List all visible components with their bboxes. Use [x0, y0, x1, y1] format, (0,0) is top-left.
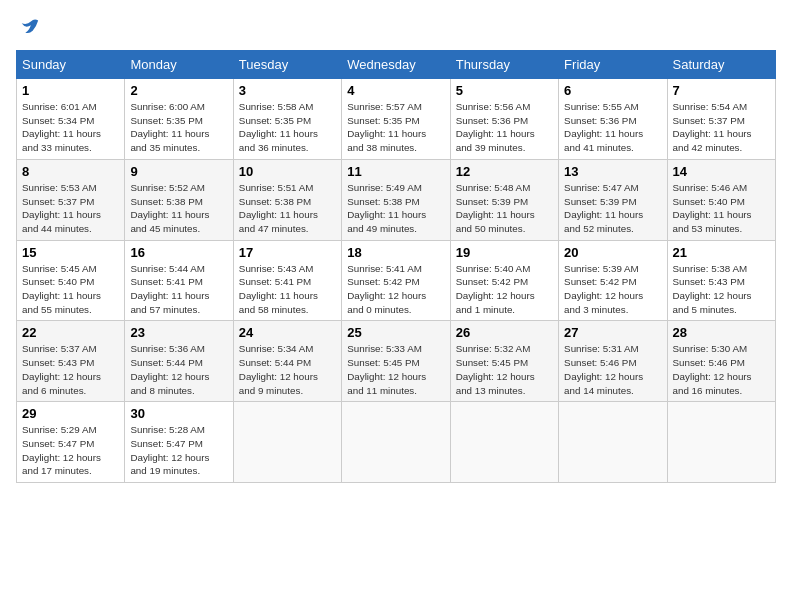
- calendar-day-cell: [559, 402, 667, 483]
- day-number: 17: [239, 245, 336, 260]
- calendar-day-cell: 25 Sunrise: 5:33 AM Sunset: 5:45 PM Dayl…: [342, 321, 450, 402]
- calendar-day-cell: 5 Sunrise: 5:56 AM Sunset: 5:36 PM Dayli…: [450, 79, 558, 160]
- day-number: 7: [673, 83, 770, 98]
- calendar-day-cell: 16 Sunrise: 5:44 AM Sunset: 5:41 PM Dayl…: [125, 240, 233, 321]
- calendar-day-cell: 9 Sunrise: 5:52 AM Sunset: 5:38 PM Dayli…: [125, 159, 233, 240]
- calendar-week-row: 15 Sunrise: 5:45 AM Sunset: 5:40 PM Dayl…: [17, 240, 776, 321]
- day-info: Sunrise: 6:00 AM Sunset: 5:35 PM Dayligh…: [130, 100, 227, 155]
- day-info: Sunrise: 5:54 AM Sunset: 5:37 PM Dayligh…: [673, 100, 770, 155]
- day-number: 4: [347, 83, 444, 98]
- calendar-header-day: Monday: [125, 51, 233, 79]
- calendar-day-cell: 20 Sunrise: 5:39 AM Sunset: 5:42 PM Dayl…: [559, 240, 667, 321]
- day-number: 13: [564, 164, 661, 179]
- calendar-day-cell: 7 Sunrise: 5:54 AM Sunset: 5:37 PM Dayli…: [667, 79, 775, 160]
- calendar-day-cell: 6 Sunrise: 5:55 AM Sunset: 5:36 PM Dayli…: [559, 79, 667, 160]
- calendar-day-cell: 29 Sunrise: 5:29 AM Sunset: 5:47 PM Dayl…: [17, 402, 125, 483]
- calendar-header-day: Wednesday: [342, 51, 450, 79]
- calendar-day-cell: 22 Sunrise: 5:37 AM Sunset: 5:43 PM Dayl…: [17, 321, 125, 402]
- calendar-day-cell: 4 Sunrise: 5:57 AM Sunset: 5:35 PM Dayli…: [342, 79, 450, 160]
- day-info: Sunrise: 5:49 AM Sunset: 5:38 PM Dayligh…: [347, 181, 444, 236]
- calendar-week-row: 1 Sunrise: 6:01 AM Sunset: 5:34 PM Dayli…: [17, 79, 776, 160]
- page-header: [16, 16, 776, 38]
- day-info: Sunrise: 5:56 AM Sunset: 5:36 PM Dayligh…: [456, 100, 553, 155]
- day-number: 5: [456, 83, 553, 98]
- calendar-header-day: Saturday: [667, 51, 775, 79]
- day-number: 21: [673, 245, 770, 260]
- calendar-day-cell: 13 Sunrise: 5:47 AM Sunset: 5:39 PM Dayl…: [559, 159, 667, 240]
- day-number: 25: [347, 325, 444, 340]
- day-number: 8: [22, 164, 119, 179]
- day-number: 16: [130, 245, 227, 260]
- day-info: Sunrise: 5:29 AM Sunset: 5:47 PM Dayligh…: [22, 423, 119, 478]
- calendar-day-cell: [667, 402, 775, 483]
- calendar-day-cell: 18 Sunrise: 5:41 AM Sunset: 5:42 PM Dayl…: [342, 240, 450, 321]
- calendar-day-cell: 17 Sunrise: 5:43 AM Sunset: 5:41 PM Dayl…: [233, 240, 341, 321]
- day-number: 27: [564, 325, 661, 340]
- day-number: 2: [130, 83, 227, 98]
- calendar-week-row: 8 Sunrise: 5:53 AM Sunset: 5:37 PM Dayli…: [17, 159, 776, 240]
- day-info: Sunrise: 5:36 AM Sunset: 5:44 PM Dayligh…: [130, 342, 227, 397]
- day-info: Sunrise: 5:39 AM Sunset: 5:42 PM Dayligh…: [564, 262, 661, 317]
- calendar-header-day: Thursday: [450, 51, 558, 79]
- day-number: 11: [347, 164, 444, 179]
- day-info: Sunrise: 5:41 AM Sunset: 5:42 PM Dayligh…: [347, 262, 444, 317]
- day-number: 24: [239, 325, 336, 340]
- day-info: Sunrise: 5:45 AM Sunset: 5:40 PM Dayligh…: [22, 262, 119, 317]
- calendar-day-cell: 26 Sunrise: 5:32 AM Sunset: 5:45 PM Dayl…: [450, 321, 558, 402]
- calendar-day-cell: 28 Sunrise: 5:30 AM Sunset: 5:46 PM Dayl…: [667, 321, 775, 402]
- calendar-day-cell: 15 Sunrise: 5:45 AM Sunset: 5:40 PM Dayl…: [17, 240, 125, 321]
- calendar-day-cell: 27 Sunrise: 5:31 AM Sunset: 5:46 PM Dayl…: [559, 321, 667, 402]
- calendar-week-row: 29 Sunrise: 5:29 AM Sunset: 5:47 PM Dayl…: [17, 402, 776, 483]
- logo: [16, 16, 40, 38]
- calendar-day-cell: 30 Sunrise: 5:28 AM Sunset: 5:47 PM Dayl…: [125, 402, 233, 483]
- day-info: Sunrise: 5:53 AM Sunset: 5:37 PM Dayligh…: [22, 181, 119, 236]
- calendar-table: SundayMondayTuesdayWednesdayThursdayFrid…: [16, 50, 776, 483]
- day-info: Sunrise: 5:43 AM Sunset: 5:41 PM Dayligh…: [239, 262, 336, 317]
- calendar-body: 1 Sunrise: 6:01 AM Sunset: 5:34 PM Dayli…: [17, 79, 776, 483]
- day-info: Sunrise: 5:34 AM Sunset: 5:44 PM Dayligh…: [239, 342, 336, 397]
- calendar-header-day: Tuesday: [233, 51, 341, 79]
- day-info: Sunrise: 5:31 AM Sunset: 5:46 PM Dayligh…: [564, 342, 661, 397]
- day-info: Sunrise: 5:51 AM Sunset: 5:38 PM Dayligh…: [239, 181, 336, 236]
- calendar-day-cell: [342, 402, 450, 483]
- calendar-day-cell: 19 Sunrise: 5:40 AM Sunset: 5:42 PM Dayl…: [450, 240, 558, 321]
- day-number: 22: [22, 325, 119, 340]
- day-info: Sunrise: 5:52 AM Sunset: 5:38 PM Dayligh…: [130, 181, 227, 236]
- day-info: Sunrise: 5:46 AM Sunset: 5:40 PM Dayligh…: [673, 181, 770, 236]
- calendar-day-cell: [233, 402, 341, 483]
- day-number: 12: [456, 164, 553, 179]
- day-number: 6: [564, 83, 661, 98]
- day-number: 10: [239, 164, 336, 179]
- day-info: Sunrise: 5:32 AM Sunset: 5:45 PM Dayligh…: [456, 342, 553, 397]
- day-number: 28: [673, 325, 770, 340]
- day-info: Sunrise: 5:58 AM Sunset: 5:35 PM Dayligh…: [239, 100, 336, 155]
- day-number: 1: [22, 83, 119, 98]
- day-number: 26: [456, 325, 553, 340]
- calendar-day-cell: 8 Sunrise: 5:53 AM Sunset: 5:37 PM Dayli…: [17, 159, 125, 240]
- calendar-day-cell: 3 Sunrise: 5:58 AM Sunset: 5:35 PM Dayli…: [233, 79, 341, 160]
- day-info: Sunrise: 5:48 AM Sunset: 5:39 PM Dayligh…: [456, 181, 553, 236]
- calendar-day-cell: [450, 402, 558, 483]
- calendar-header-day: Sunday: [17, 51, 125, 79]
- day-number: 9: [130, 164, 227, 179]
- day-number: 15: [22, 245, 119, 260]
- day-number: 3: [239, 83, 336, 98]
- day-number: 19: [456, 245, 553, 260]
- calendar-header-row: SundayMondayTuesdayWednesdayThursdayFrid…: [17, 51, 776, 79]
- day-number: 23: [130, 325, 227, 340]
- day-number: 29: [22, 406, 119, 421]
- day-info: Sunrise: 5:47 AM Sunset: 5:39 PM Dayligh…: [564, 181, 661, 236]
- day-info: Sunrise: 5:57 AM Sunset: 5:35 PM Dayligh…: [347, 100, 444, 155]
- day-number: 20: [564, 245, 661, 260]
- day-info: Sunrise: 5:37 AM Sunset: 5:43 PM Dayligh…: [22, 342, 119, 397]
- calendar-day-cell: 24 Sunrise: 5:34 AM Sunset: 5:44 PM Dayl…: [233, 321, 341, 402]
- day-number: 30: [130, 406, 227, 421]
- calendar-day-cell: 2 Sunrise: 6:00 AM Sunset: 5:35 PM Dayli…: [125, 79, 233, 160]
- day-info: Sunrise: 5:40 AM Sunset: 5:42 PM Dayligh…: [456, 262, 553, 317]
- logo-bird-icon: [18, 16, 40, 38]
- day-number: 18: [347, 245, 444, 260]
- day-info: Sunrise: 5:44 AM Sunset: 5:41 PM Dayligh…: [130, 262, 227, 317]
- day-info: Sunrise: 6:01 AM Sunset: 5:34 PM Dayligh…: [22, 100, 119, 155]
- day-info: Sunrise: 5:33 AM Sunset: 5:45 PM Dayligh…: [347, 342, 444, 397]
- calendar-day-cell: 14 Sunrise: 5:46 AM Sunset: 5:40 PM Dayl…: [667, 159, 775, 240]
